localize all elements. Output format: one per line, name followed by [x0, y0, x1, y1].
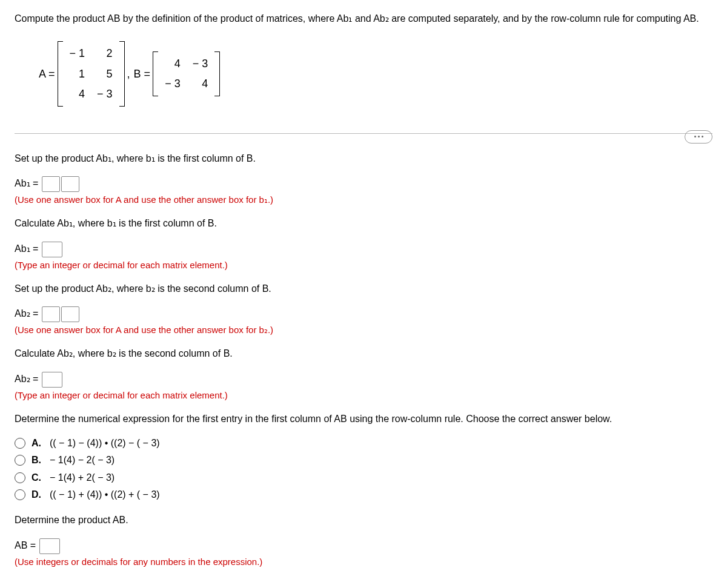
- q5-choices: A. (( − 1) − (4)) • ((2) − ( − 3) B. − 1…: [15, 437, 712, 502]
- q6-lhs: AB =: [15, 540, 36, 550]
- matrix-B: 4− 3 − 34: [153, 51, 220, 96]
- radio-icon: [15, 438, 25, 449]
- q3-lhs: Ab₂ =: [15, 308, 38, 319]
- q3-input-b2[interactable]: [61, 306, 79, 322]
- q5-prompt: Determine the numerical expression for t…: [15, 412, 712, 426]
- q4-hint: (Type an integer or decimal for each mat…: [15, 389, 712, 401]
- choice-B[interactable]: B. − 1(4) − 2( − 3): [15, 454, 712, 467]
- q3-input-A[interactable]: [42, 306, 60, 322]
- comma: ,: [127, 67, 130, 82]
- radio-icon: [15, 489, 25, 500]
- choice-label-D: D.: [32, 488, 44, 501]
- q2-prompt: Calculate Ab₁, where b₁ is the first col…: [15, 217, 712, 230]
- choice-text-C: − 1(4) + 2( − 3): [50, 471, 115, 484]
- B-label: B =: [134, 67, 151, 82]
- q1-hint: (Use one answer box for A and use the ot…: [15, 193, 712, 206]
- q2-input[interactable]: [42, 242, 62, 257]
- q1-prompt: Set up the product Ab₁, where b₁ is the …: [15, 152, 712, 165]
- q3-hint: (Use one answer box for A and use the ot…: [15, 323, 712, 336]
- matrix-A: − 12 15 4− 3: [58, 41, 125, 107]
- choice-text-A: (( − 1) − (4)) • ((2) − ( − 3): [50, 437, 160, 450]
- more-icon[interactable]: [685, 130, 712, 144]
- q6-hint: (Use integers or decimals for any number…: [15, 555, 712, 568]
- choice-text-D: (( − 1) + (4)) • ((2) + ( − 3): [50, 488, 160, 501]
- q2-hint: (Type an integer or decimal for each mat…: [15, 259, 712, 271]
- q1-input-A[interactable]: [42, 176, 60, 192]
- A-label: A =: [39, 67, 55, 82]
- choice-label-C: C.: [32, 471, 44, 484]
- q6-input[interactable]: [39, 538, 60, 554]
- q1-input-b1[interactable]: [61, 176, 79, 192]
- q4-input[interactable]: [42, 372, 62, 388]
- radio-icon: [15, 472, 25, 483]
- q6-prompt: Determine the product AB.: [15, 514, 712, 527]
- radio-icon: [15, 455, 25, 466]
- intro-text: Compute the product AB by the definition…: [15, 12, 712, 25]
- choice-C[interactable]: C. − 1(4) + 2( − 3): [15, 471, 712, 484]
- choice-label-A: A.: [32, 437, 44, 450]
- q4-lhs: Ab₂ =: [15, 374, 38, 384]
- choice-D[interactable]: D. (( − 1) + (4)) • ((2) + ( − 3): [15, 488, 712, 501]
- q1-lhs: Ab₁ =: [15, 179, 38, 189]
- q2-lhs: Ab₁ =: [15, 243, 38, 254]
- given-matrices: A = − 12 15 4− 3 , B = 4− 3 − 34: [39, 41, 222, 107]
- choice-label-B: B.: [32, 454, 44, 467]
- q3-prompt: Set up the product Ab₂, where b₂ is the …: [15, 282, 712, 296]
- choice-A[interactable]: A. (( − 1) − (4)) • ((2) − ( − 3): [15, 437, 712, 450]
- choice-text-B: − 1(4) − 2( − 3): [50, 454, 115, 467]
- divider: [15, 133, 712, 134]
- q4-prompt: Calculate Ab₂, where b₂ is the second co…: [15, 347, 712, 360]
